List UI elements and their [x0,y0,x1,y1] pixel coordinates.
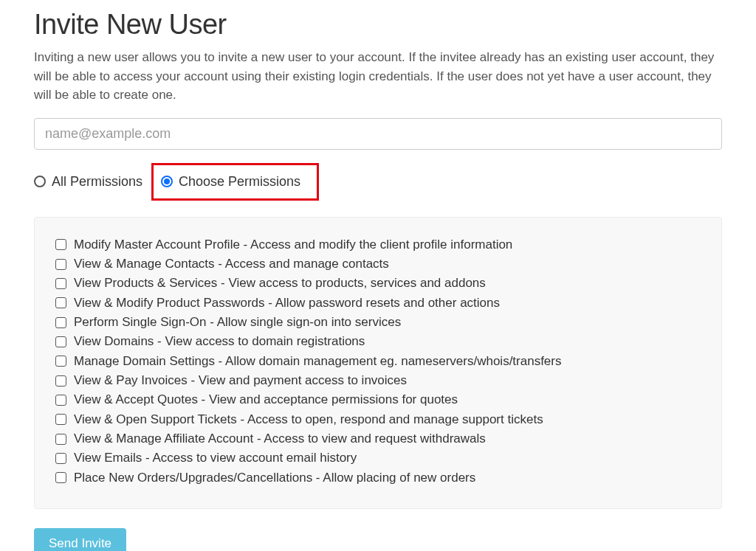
radio-choose-permissions[interactable]: Choose Permissions [161,174,300,190]
send-invite-button[interactable]: Send Invite [34,528,126,551]
permission-label: Manage Domain Settings - Allow domain ma… [74,352,562,371]
checkbox-icon[interactable] [55,434,66,445]
permission-label: Place New Orders/Upgrades/Cancellations … [74,468,475,488]
radio-label: Choose Permissions [179,174,300,190]
permission-item[interactable]: View & Accept Quotes - View and acceptan… [55,390,701,409]
permission-item[interactable]: Perform Single Sign-On - Allow single si… [55,313,701,332]
permission-label: View & Manage Affiliate Account - Access… [74,429,486,448]
highlight-box: Choose Permissions [151,163,319,201]
checkbox-icon[interactable] [55,336,66,347]
checkbox-icon[interactable] [55,278,66,289]
permission-item[interactable]: View & Manage Affiliate Account - Access… [55,429,701,448]
radio-icon [34,176,46,187]
page-description: Inviting a new user allows you to invite… [34,48,722,105]
checkbox-icon[interactable] [55,472,66,483]
invite-email-input[interactable] [34,118,722,150]
permission-label: View Domains - View access to domain reg… [74,332,365,351]
permission-item[interactable]: View & Modify Product Passwords - Allow … [55,294,701,313]
permission-item[interactable]: View Products & Services - View access t… [55,274,701,293]
invite-user-page: Invite New User Inviting a new user allo… [0,0,756,551]
permission-label: View & Manage Contacts - Access and mana… [74,254,389,274]
permission-item[interactable]: View & Pay Invoices - View and payment a… [55,371,701,390]
checkbox-icon[interactable] [55,453,66,464]
permissions-list: Modify Master Account Profile - Access a… [34,217,722,509]
radio-all-permissions[interactable]: All Permissions [34,174,142,190]
radio-label: All Permissions [52,174,142,190]
permission-item[interactable]: View Domains - View access to domain reg… [55,332,701,351]
checkbox-icon[interactable] [55,297,66,308]
permission-item[interactable]: View Emails - Access to view account ema… [55,448,701,468]
checkbox-icon[interactable] [55,239,66,250]
checkbox-icon[interactable] [55,414,66,425]
radio-icon [161,176,173,187]
permission-item[interactable]: View & Open Support Tickets - Access to … [55,410,701,429]
permission-label: View & Pay Invoices - View and payment a… [74,371,407,390]
checkbox-icon[interactable] [55,375,66,387]
permission-mode-selector: All Permissions Choose Permissions [34,163,722,201]
permission-item[interactable]: View & Manage Contacts - Access and mana… [55,254,701,274]
permission-label: View Products & Services - View access t… [74,274,486,293]
permission-label: View Emails - Access to view account ema… [74,448,357,468]
permission-label: View & Open Support Tickets - Access to … [74,410,543,429]
checkbox-icon[interactable] [55,317,66,328]
permission-label: View & Accept Quotes - View and acceptan… [74,390,458,409]
permission-label: View & Modify Product Passwords - Allow … [74,294,500,313]
permission-label: Modify Master Account Profile - Access a… [74,235,512,254]
checkbox-icon[interactable] [55,395,66,406]
permission-item[interactable]: Place New Orders/Upgrades/Cancellations … [55,468,701,488]
checkbox-icon[interactable] [55,356,66,367]
checkbox-icon[interactable] [55,259,66,270]
permission-item[interactable]: Manage Domain Settings - Allow domain ma… [55,352,701,371]
permission-item[interactable]: Modify Master Account Profile - Access a… [55,235,701,254]
permission-label: Perform Single Sign-On - Allow single si… [74,313,401,332]
page-title: Invite New User [34,9,722,41]
